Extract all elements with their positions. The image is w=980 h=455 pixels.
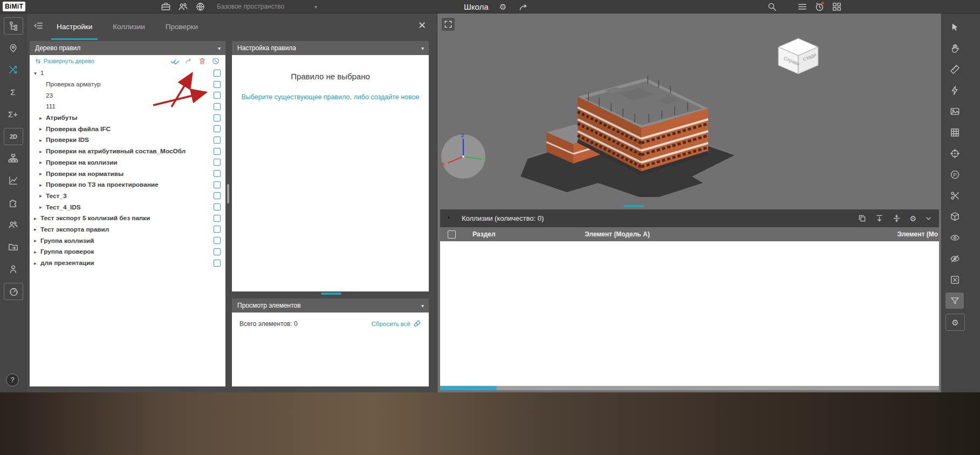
tree-item-checkbox[interactable] <box>214 137 221 144</box>
tree-item[interactable]: ▸Тест экспорта правил <box>30 224 225 235</box>
block-icon[interactable] <box>211 57 220 65</box>
copy-icon[interactable] <box>858 214 867 223</box>
elements-panel-header[interactable]: Просмотр элементов ▾ <box>232 298 429 313</box>
column-element-a[interactable]: Элемент (Модель A) <box>585 230 650 238</box>
tree-item[interactable]: ▸Проверки по ТЗ на проектирование <box>30 179 225 191</box>
tree-item-checkbox[interactable] <box>214 260 221 267</box>
clash-detection-icon[interactable] <box>4 62 22 78</box>
tree-item[interactable]: Проверка арматур <box>30 79 225 90</box>
export-down-icon[interactable] <box>875 214 884 223</box>
chevron-right-icon[interactable]: ▸ <box>39 171 46 176</box>
tree-item[interactable]: ▸Проверки на нормативы <box>30 168 225 179</box>
chevron-right-icon[interactable]: ▸ <box>39 193 46 199</box>
building-model[interactable] <box>513 62 739 197</box>
chevron-right-icon[interactable]: ▸ <box>34 260 40 266</box>
placement-pin-icon[interactable] <box>4 39 22 56</box>
close-square-icon[interactable] <box>945 271 964 288</box>
workspace-selector[interactable]: Базовое пространство ▾ <box>217 3 317 10</box>
settings-gear-icon[interactable]: ⚙ <box>909 215 916 222</box>
team-icon[interactable] <box>177 1 189 12</box>
briefcase-icon[interactable] <box>160 1 172 12</box>
gauge-icon[interactable] <box>4 283 23 300</box>
user-location-icon[interactable] <box>4 261 22 277</box>
tree-item-checkbox[interactable] <box>214 181 221 188</box>
tree-item-checkbox[interactable] <box>214 103 221 110</box>
model-tree-icon[interactable] <box>4 17 23 35</box>
tree-item-checkbox[interactable] <box>214 159 221 166</box>
plugin-puzzle-icon[interactable] <box>4 194 22 210</box>
2d-view-icon[interactable]: 2D <box>4 128 23 145</box>
tree-item-checkbox[interactable] <box>214 215 221 222</box>
settings-gear-icon[interactable]: ⚙ <box>945 314 965 331</box>
tree-item-checkbox[interactable] <box>214 148 221 155</box>
panel-menu-icon[interactable] <box>33 21 44 33</box>
tree-item-checkbox[interactable] <box>214 92 221 99</box>
axis-gizmo[interactable]: Z X Y <box>439 132 488 181</box>
tree-item-checkbox[interactable] <box>214 237 221 244</box>
pan-hand-icon[interactable] <box>945 40 964 56</box>
panel-splitter-handle[interactable] <box>227 184 229 203</box>
search-icon[interactable] <box>766 1 778 12</box>
tree-item[interactable]: ▸для презентации <box>30 257 225 269</box>
select-rule-hint[interactable]: Выберите существующее правило, либо созд… <box>232 93 429 101</box>
grid-table-icon[interactable] <box>945 124 964 140</box>
tree-item-checkbox[interactable] <box>214 192 221 199</box>
chevron-right-icon[interactable]: ▸ <box>39 159 46 165</box>
panel-resize-handle[interactable] <box>321 293 341 295</box>
users-icon[interactable] <box>4 216 22 233</box>
settings-gear-icon[interactable]: ⚙ <box>497 1 509 12</box>
chevron-right-icon[interactable]: ▸ <box>34 215 40 221</box>
tree-item-checkbox[interactable] <box>214 226 221 233</box>
tree-item-checkbox[interactable] <box>214 170 221 177</box>
sum-sigma-icon[interactable]: Σ <box>4 84 22 100</box>
horizontal-scrollbar[interactable] <box>440 386 939 390</box>
tree-item[interactable]: ▸Проверки на атрибутивный состав_МосОбл <box>30 146 225 157</box>
folder-export-icon[interactable] <box>4 239 22 255</box>
tab-checks[interactable]: Проверки <box>160 13 203 40</box>
sum-sigma-plus-icon[interactable]: Σ+ <box>4 106 22 122</box>
chevron-right-icon[interactable]: ▸ <box>39 137 46 143</box>
tree-item-checkbox[interactable] <box>214 125 221 132</box>
tab-collisions[interactable]: Коллизии <box>107 13 150 40</box>
tree-item[interactable]: ▸Группа проверок <box>30 246 225 257</box>
scrollbar-thumb[interactable] <box>440 386 497 390</box>
parking-plan-icon[interactable]: P <box>945 166 964 182</box>
expand-tree-link[interactable]: Развернуть дерево <box>35 58 170 64</box>
tree-item[interactable]: 23 <box>30 90 225 101</box>
tree-item[interactable]: ▸Атрибуты <box>30 112 225 124</box>
quick-measure-lightning-icon[interactable] <box>945 82 964 98</box>
screenshot-image-icon[interactable] <box>945 103 964 119</box>
globe-icon[interactable] <box>194 1 206 12</box>
chevron-right-icon[interactable]: ▸ <box>39 148 46 154</box>
tree-item[interactable]: ▸Тест экспорт 5 коллизий без папки <box>30 213 225 224</box>
column-razdel[interactable]: Раздел <box>472 230 496 238</box>
line-chart-icon[interactable] <box>4 172 22 188</box>
tree-item[interactable]: ▸Группа коллизий <box>30 235 225 246</box>
chevron-down-icon[interactable] <box>924 214 933 222</box>
cube-box-icon[interactable] <box>945 208 964 225</box>
tree-item[interactable]: ▸Проверки на коллизии <box>30 157 225 168</box>
tree-item-checkbox[interactable] <box>214 81 221 88</box>
close-icon[interactable]: ✕ <box>418 21 426 30</box>
tree-item-checkbox[interactable] <box>214 248 221 255</box>
hide-eye-icon[interactable] <box>945 250 964 267</box>
chevron-right-icon[interactable]: ▸ <box>39 115 46 121</box>
app-logo[interactable]: BiMiT <box>3 2 25 11</box>
viewport-3d[interactable]: Справа Сзади <box>437 13 942 392</box>
help-button[interactable]: ? <box>6 373 19 386</box>
view-cube[interactable]: Справа Сзади <box>776 36 821 76</box>
rule-settings-panel-header[interactable]: Настройка правила ▾ <box>232 41 429 55</box>
tree-item-checkbox[interactable] <box>214 114 221 121</box>
apps-grid-icon[interactable] <box>831 1 842 12</box>
chevron-right-icon[interactable]: ▸ <box>39 204 46 210</box>
tree-item[interactable]: ▸Тест_3 <box>30 191 225 202</box>
show-eye-icon[interactable] <box>945 229 964 246</box>
tree-item[interactable]: ▸Проверка файла IFC <box>30 123 225 134</box>
tree-item[interactable]: 111 <box>30 101 225 112</box>
section-scissors-icon[interactable] <box>945 187 964 203</box>
fit-center-icon[interactable] <box>892 214 901 223</box>
org-chart-icon[interactable] <box>4 150 22 166</box>
tree-item[interactable]: ▾1 <box>30 67 225 79</box>
chevron-right-icon[interactable]: ▸ <box>34 249 40 255</box>
collisions-resize-handle[interactable] <box>623 205 644 207</box>
